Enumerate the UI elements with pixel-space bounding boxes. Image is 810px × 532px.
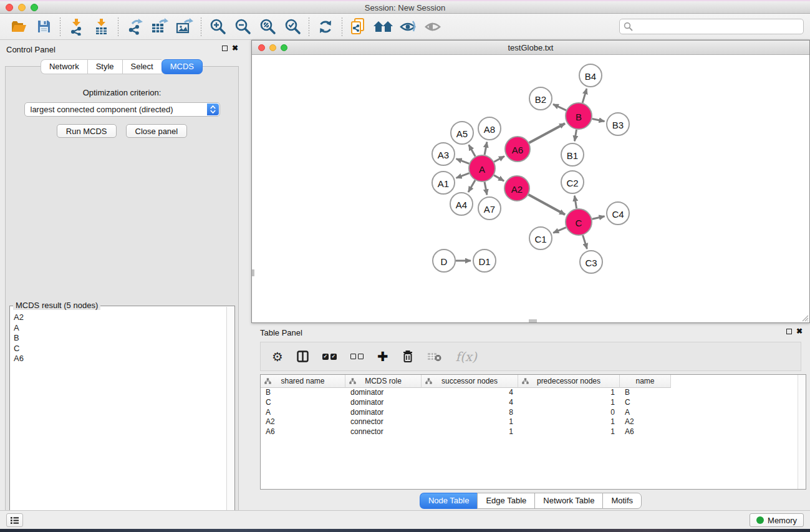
close-panel-button[interactable]: Close panel — [126, 124, 188, 138]
edge-B-B1[interactable] — [575, 130, 577, 142]
edge-C-C4[interactable] — [592, 216, 604, 219]
column-header-successor-nodes[interactable]: successor nodes — [422, 375, 518, 388]
open-session-icon[interactable] — [6, 16, 31, 38]
tab-mcds[interactable]: MCDS — [162, 59, 203, 74]
table-cell[interactable]: 8 — [422, 408, 518, 418]
table-cell[interactable]: connector — [345, 417, 422, 427]
table-row[interactable]: A2connector11A2 — [261, 417, 806, 427]
node-C3[interactable]: C3 — [580, 251, 602, 273]
table-cell[interactable]: dominator — [345, 408, 422, 418]
new-network-from-selection-icon[interactable] — [346, 16, 371, 38]
zoom-fit-icon[interactable] — [255, 16, 280, 38]
edge-A-A7[interactable] — [485, 182, 487, 195]
node-D[interactable]: D — [433, 249, 455, 272]
edge-A-A8[interactable] — [485, 142, 487, 155]
column-header-name[interactable]: name — [620, 375, 671, 388]
edge-A-A4[interactable] — [468, 180, 475, 192]
network-canvas[interactable]: B4B2BB3A5A8A6A3B1AA1C2A2A4A7C4CC1DD1C3 — [252, 55, 809, 322]
table-cell[interactable]: 1 — [422, 427, 518, 437]
table-cell[interactable]: 0 — [518, 408, 620, 418]
tab-select[interactable]: Select — [122, 59, 162, 74]
zoom-selected-icon[interactable] — [280, 16, 305, 38]
import-table-icon[interactable] — [89, 16, 114, 38]
table-cell[interactable]: B — [261, 388, 345, 398]
close-panel-icon[interactable]: ✖ — [232, 45, 238, 51]
table-row[interactable]: Adominator80A — [261, 408, 806, 418]
table-cell[interactable]: 4 — [422, 388, 518, 398]
table-cell[interactable]: C — [620, 398, 671, 408]
table-row[interactable]: A6connector11A6 — [261, 427, 806, 437]
export-network-icon[interactable] — [122, 16, 147, 38]
table-cell[interactable]: connector — [345, 427, 422, 437]
first-neighbors-icon[interactable] — [371, 16, 396, 38]
node-A7[interactable]: A7 — [478, 197, 501, 220]
edge-C-C2[interactable] — [574, 196, 576, 209]
table-cell[interactable]: A — [620, 408, 671, 418]
edge-B-B4[interactable] — [582, 89, 587, 103]
node-A[interactable]: A — [469, 155, 495, 181]
tab-style[interactable]: Style — [87, 59, 122, 74]
table-row[interactable]: Cdominator41C — [261, 398, 806, 408]
close-table-panel-icon[interactable]: ✖ — [796, 328, 803, 334]
result-scrollbar[interactable] — [226, 307, 234, 520]
float-panel-icon[interactable] — [222, 46, 228, 51]
select-all-icon[interactable]: ✓✓ — [322, 354, 337, 360]
tab-motifs[interactable]: Motifs — [602, 493, 642, 509]
float-table-panel-icon[interactable] — [786, 329, 792, 334]
deselect-all-icon[interactable] — [350, 354, 364, 359]
table-cell[interactable]: A6 — [620, 427, 671, 437]
edge-A-A6[interactable] — [494, 156, 504, 162]
node-C4[interactable]: C4 — [607, 202, 629, 225]
table-cell[interactable]: 1 — [518, 388, 620, 398]
node-A8[interactable]: A8 — [478, 117, 501, 140]
edge-A-A5[interactable] — [469, 145, 475, 157]
save-session-icon[interactable] — [31, 16, 56, 38]
node-C2[interactable]: C2 — [561, 171, 584, 193]
create-column-icon[interactable]: ✚ — [377, 349, 388, 364]
tab-network-table[interactable]: Network Table — [534, 493, 602, 509]
show-all-icon[interactable] — [421, 16, 446, 38]
node-A4[interactable]: A4 — [450, 193, 473, 215]
edge-A-A3[interactable] — [456, 159, 470, 164]
table-options-icon[interactable]: ⚙ — [272, 349, 283, 364]
result-item[interactable]: A — [11, 323, 226, 334]
edge-B-B2[interactable] — [553, 104, 566, 110]
refresh-icon[interactable] — [313, 16, 338, 38]
column-header-shared-name[interactable]: shared name — [261, 375, 345, 388]
search-input[interactable] — [633, 21, 803, 33]
import-network-icon[interactable] — [64, 16, 89, 38]
node-A5[interactable]: A5 — [451, 122, 473, 144]
table-cell[interactable]: 4 — [422, 398, 518, 408]
node-C[interactable]: C — [566, 209, 592, 235]
zoom-out-icon[interactable] — [230, 16, 255, 38]
edge-A-A2[interactable] — [494, 175, 504, 181]
zoom-in-icon[interactable] — [205, 16, 230, 38]
table-cell[interactable]: dominator — [345, 388, 422, 398]
hide-selected-icon[interactable] — [396, 16, 421, 38]
tab-node-table[interactable]: Node Table — [420, 493, 478, 509]
task-history-button[interactable] — [6, 513, 23, 527]
optimization-criterion-select[interactable]: largest connected component (directed) — [24, 102, 220, 117]
column-header-predecessor-nodes[interactable]: predecessor nodes — [518, 375, 620, 388]
tab-edge-table[interactable]: Edge Table — [477, 493, 534, 509]
run-mcds-button[interactable]: Run MCDS — [57, 124, 117, 138]
export-image-icon[interactable] — [172, 16, 197, 38]
node-A6[interactable]: A6 — [505, 137, 530, 162]
result-item[interactable]: C — [11, 344, 226, 354]
node-B[interactable]: B — [566, 103, 592, 129]
table-cell[interactable]: 1 — [518, 427, 620, 437]
edge-A-A1[interactable] — [456, 173, 470, 178]
table-cell[interactable]: dominator — [345, 398, 422, 408]
show-columns-icon[interactable] — [297, 351, 309, 362]
edge-C-C1[interactable] — [553, 228, 566, 233]
table-cell[interactable]: A — [261, 408, 345, 418]
export-table-icon[interactable] — [147, 16, 172, 38]
horizontal-scroll-thumb[interactable] — [529, 319, 537, 322]
node-B4[interactable]: B4 — [579, 64, 602, 87]
table-scrollbar[interactable] — [798, 375, 806, 489]
tab-network[interactable]: Network — [41, 59, 87, 74]
table-row[interactable]: Bdominator41B — [261, 388, 806, 398]
table-cell[interactable]: 1 — [518, 417, 620, 427]
table-cell[interactable]: A6 — [261, 427, 345, 437]
node-A2[interactable]: A2 — [504, 176, 529, 201]
